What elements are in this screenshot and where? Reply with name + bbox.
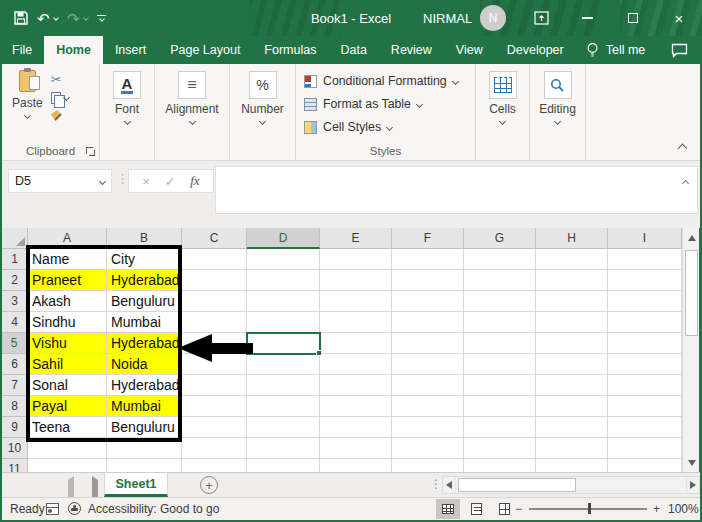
cell-B8[interactable]: Mumbai xyxy=(107,396,182,417)
conditional-formatting-button[interactable]: Conditional Formatting xyxy=(304,71,475,91)
cell-A5[interactable]: Vishu xyxy=(28,333,107,354)
scroll-up-button[interactable] xyxy=(683,228,700,247)
cell-D4[interactable] xyxy=(247,312,320,333)
cell-E6[interactable] xyxy=(320,354,392,375)
cell-B6[interactable]: Noida xyxy=(107,354,182,375)
scroll-right-button[interactable] xyxy=(686,477,699,493)
copy-button[interactable] xyxy=(51,90,69,105)
comments-button[interactable] xyxy=(671,36,688,64)
cell-G11[interactable] xyxy=(464,459,536,472)
column-header-G[interactable]: G xyxy=(464,228,536,249)
zoom-in-button[interactable]: + xyxy=(653,502,660,516)
cell-B3[interactable]: Benguluru xyxy=(107,291,182,312)
row-header-8[interactable]: 8 xyxy=(2,396,28,417)
tab-data[interactable]: Data xyxy=(328,36,378,64)
tab-insert[interactable]: Insert xyxy=(103,36,158,64)
format-painter-button[interactable] xyxy=(51,108,69,123)
cell-C5[interactable] xyxy=(182,333,247,354)
cell-F11[interactable] xyxy=(392,459,464,472)
cell-D7[interactable] xyxy=(247,375,320,396)
cell-C8[interactable] xyxy=(182,396,247,417)
avatar[interactable]: N xyxy=(480,5,506,31)
cell-I5[interactable] xyxy=(608,333,682,354)
cell-H1[interactable] xyxy=(536,249,608,270)
collapse-formula-bar-button[interactable] xyxy=(682,180,689,187)
minimize-button[interactable] xyxy=(564,0,610,36)
cell-A2[interactable]: Praneet xyxy=(28,270,107,291)
cell-I3[interactable] xyxy=(608,291,682,312)
cell-I6[interactable] xyxy=(608,354,682,375)
cell-B2[interactable]: Hyderabad xyxy=(107,270,182,291)
tab-review[interactable]: Review xyxy=(379,36,444,64)
normal-view-button[interactable] xyxy=(436,499,460,519)
row-header-2[interactable]: 2 xyxy=(2,270,28,291)
cell-C6[interactable] xyxy=(182,354,247,375)
customize-quick-access-button[interactable] xyxy=(97,15,106,22)
cell-C7[interactable] xyxy=(182,375,247,396)
cell-F5[interactable] xyxy=(392,333,464,354)
cell-H7[interactable] xyxy=(536,375,608,396)
row-header-10[interactable]: 10 xyxy=(2,438,28,459)
ribbon-display-options-button[interactable] xyxy=(518,0,564,36)
page-break-view-button[interactable] xyxy=(492,499,516,519)
cell-A9[interactable]: Teena xyxy=(28,417,107,438)
cell-B10[interactable] xyxy=(107,438,182,459)
cell-G5[interactable] xyxy=(464,333,536,354)
cell-styles-button[interactable]: Cell Styles xyxy=(304,117,475,137)
cell-B1[interactable]: City xyxy=(107,249,182,270)
tab-page-layout[interactable]: Page Layout xyxy=(158,36,252,64)
insert-function-button[interactable]: fx xyxy=(190,173,199,189)
tab-home[interactable]: Home xyxy=(44,36,103,64)
cell-H8[interactable] xyxy=(536,396,608,417)
tab-file[interactable]: File xyxy=(0,36,44,64)
cell-G8[interactable] xyxy=(464,396,536,417)
cell-A8[interactable]: Payal xyxy=(28,396,107,417)
cell-D5[interactable] xyxy=(247,333,320,354)
cell-H5[interactable] xyxy=(536,333,608,354)
cell-C2[interactable] xyxy=(182,270,247,291)
enter-button[interactable]: ✓ xyxy=(165,174,176,189)
cell-I8[interactable] xyxy=(608,396,682,417)
cell-G4[interactable] xyxy=(464,312,536,333)
column-header-C[interactable]: C xyxy=(182,228,247,249)
cell-F7[interactable] xyxy=(392,375,464,396)
resize-dots[interactable]: ⋮ xyxy=(430,477,442,491)
row-header-6[interactable]: 6 xyxy=(2,354,28,375)
row-header-3[interactable]: 3 xyxy=(2,291,28,312)
cell-B9[interactable]: Benguluru xyxy=(107,417,182,438)
scroll-down-button[interactable] xyxy=(683,453,700,472)
cell-H11[interactable] xyxy=(536,459,608,472)
row-header-7[interactable]: 7 xyxy=(2,375,28,396)
row-header-9[interactable]: 9 xyxy=(2,417,28,438)
fill-handle[interactable] xyxy=(316,350,322,356)
tab-developer[interactable]: Developer xyxy=(495,36,576,64)
cell-G7[interactable] xyxy=(464,375,536,396)
macro-record-icon[interactable] xyxy=(46,503,59,515)
vertical-scrollbar[interactable] xyxy=(682,228,699,472)
row-header-1[interactable]: 1 xyxy=(2,249,28,270)
cell-F3[interactable] xyxy=(392,291,464,312)
clipboard-dialog-launcher[interactable] xyxy=(86,147,95,156)
cells-group-button[interactable]: Cells xyxy=(476,71,529,124)
cell-B4[interactable]: Mumbai xyxy=(107,312,182,333)
formula-input[interactable] xyxy=(215,166,698,214)
page-layout-view-button[interactable] xyxy=(464,499,488,519)
cell-D8[interactable] xyxy=(247,396,320,417)
column-header-F[interactable]: F xyxy=(392,228,464,249)
cell-H10[interactable] xyxy=(536,438,608,459)
tell-me-box[interactable]: Tell me xyxy=(586,36,646,64)
row-header-4[interactable]: 4 xyxy=(2,312,28,333)
cell-C11[interactable] xyxy=(182,459,247,472)
cell-E3[interactable] xyxy=(320,291,392,312)
cell-F4[interactable] xyxy=(392,312,464,333)
zoom-level[interactable]: 100% xyxy=(668,502,699,516)
accessibility-status[interactable]: Accessibility: Good to go xyxy=(88,502,219,516)
cell-C3[interactable] xyxy=(182,291,247,312)
cell-E5[interactable] xyxy=(320,333,392,354)
next-sheet-button[interactable] xyxy=(92,480,98,498)
cell-A4[interactable]: Sindhu xyxy=(28,312,107,333)
cell-H4[interactable] xyxy=(536,312,608,333)
cell-I2[interactable] xyxy=(608,270,682,291)
cell-I11[interactable] xyxy=(608,459,682,472)
save-button[interactable] xyxy=(14,11,28,25)
